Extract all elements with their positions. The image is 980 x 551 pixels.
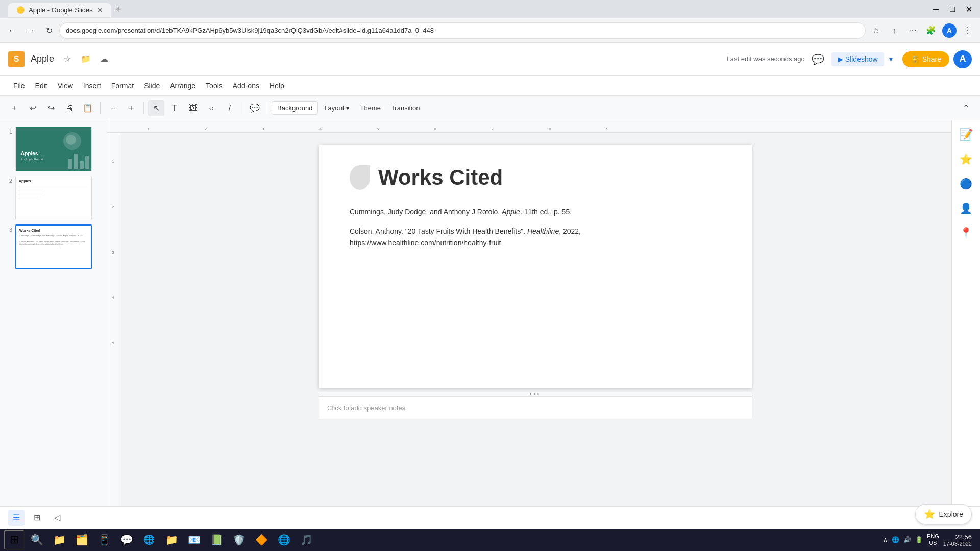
right-panel-notes-btn[interactable]: 📝 (956, 124, 976, 145)
taskbar-mail-icon[interactable]: 📧 (184, 530, 204, 550)
line-tool[interactable]: / (222, 100, 238, 116)
bookmark-button[interactable]: ☆ (868, 22, 884, 39)
menu-insert[interactable]: Insert (78, 79, 106, 93)
address-input[interactable] (59, 22, 866, 39)
taskbar-network-icon[interactable]: 🌐 (892, 536, 899, 543)
back-button[interactable]: ← (4, 22, 20, 39)
slide-canvas[interactable]: Works Cited Cummings, Judy Dodge, and An… (319, 145, 752, 388)
speaker-notes-input[interactable]: Click to add speaker notes (319, 396, 752, 419)
apps-button[interactable]: ⋯ (904, 22, 921, 39)
maximize-button[interactable]: □ (945, 2, 960, 16)
more-options-button[interactable]: ⋮ (960, 22, 976, 39)
select-tool[interactable]: ↖ (148, 100, 164, 116)
taskbar-lynis-icon[interactable]: 📗 (206, 530, 227, 550)
header-actions: 💬 ▶ Slideshow ▾ 🔒 Share A (809, 50, 972, 68)
taskbar-folder-icon[interactable]: 📁 (161, 530, 182, 550)
filmstrip-view-button[interactable]: ☰ (8, 510, 24, 526)
taskbar-battery-icon[interactable]: 🔋 (915, 536, 923, 543)
shape-tool[interactable]: ○ (203, 100, 219, 116)
tab-close-button[interactable]: ✕ (97, 6, 103, 14)
slide-header-row: Works Cited (350, 165, 721, 190)
taskbar-chrome-icon[interactable]: 🌐 (274, 530, 294, 550)
explore-button[interactable]: ⭐ Explore (915, 504, 972, 524)
redo-button[interactable]: ↪ (43, 100, 59, 116)
start-button[interactable]: ⊞ (4, 530, 24, 550)
grid-view-button[interactable]: ⊞ (29, 510, 45, 526)
collapse-toolbar-button[interactable]: ⌃ (958, 100, 974, 116)
slide-item-3[interactable]: 3 Works Cited Cummings, Judy Dodge, and … (0, 222, 107, 271)
editor-area: 1 2 3 4 5 Works Cited (107, 133, 951, 533)
cloud-save-button[interactable]: ☁ (97, 52, 111, 66)
share-button[interactable]: 🔒 Share (902, 51, 949, 67)
close-window-button[interactable]: ✕ (962, 2, 976, 16)
last-edit-status: Last edit was seconds ago (727, 55, 805, 63)
taskbar-shield-icon[interactable]: 🛡️ (229, 530, 249, 550)
star-button[interactable]: ☆ (60, 52, 75, 66)
right-panel-tasks-btn[interactable]: 🔵 (956, 173, 976, 194)
taskbar-tablet-icon[interactable]: 🗂️ (71, 530, 92, 550)
explore-icon: ⭐ (924, 509, 935, 520)
present-button[interactable]: ▶ Slideshow (831, 52, 884, 66)
right-panel: 📝 ⭐ 🔵 👤 📍 + (951, 120, 980, 533)
undo-button[interactable]: ↩ (24, 100, 41, 116)
text-tool[interactable]: T (166, 100, 183, 116)
taskbar-teams-icon[interactable]: 💬 (116, 530, 137, 550)
image-tool[interactable]: 🖼 (185, 100, 201, 116)
taskbar-spotify-icon[interactable]: 🎵 (296, 530, 316, 550)
ruler-horizontal: 1 2 3 4 5 6 7 8 9 (107, 120, 951, 133)
minimize-button[interactable]: ─ (929, 2, 943, 16)
taskbar-time-block[interactable]: 22:56 17-03-2022 (943, 533, 972, 547)
reload-button[interactable]: ↻ (41, 22, 57, 39)
extensions-button[interactable]: 🧩 (923, 22, 939, 39)
slide-item-2[interactable]: 2 Apples ────────────── ────────────── ─… (0, 173, 107, 222)
right-panel-maps-btn[interactable]: 📍 (956, 222, 976, 243)
zoom-out-button[interactable]: − (105, 100, 121, 116)
background-button[interactable]: Background (272, 101, 318, 115)
move-to-button[interactable]: 📁 (79, 52, 93, 66)
layout-button[interactable]: Layout ▾ (320, 102, 354, 114)
tab-favicon: 🟡 (16, 6, 24, 14)
right-panel-star-btn[interactable]: ⭐ (956, 149, 976, 169)
menu-tools[interactable]: Tools (201, 79, 228, 93)
comment-add-button[interactable]: 💬 (247, 100, 263, 116)
slide-item-1[interactable]: 1 Apples An Apple Report (0, 124, 107, 173)
hide-panel-button[interactable]: ◁ (49, 510, 65, 526)
divider-1 (100, 102, 101, 114)
menu-arrange[interactable]: Arrange (165, 79, 201, 93)
speaker-notes-placeholder: Click to add speaker notes (327, 404, 405, 412)
transition-button[interactable]: Transition (387, 102, 424, 114)
menu-edit[interactable]: Edit (30, 79, 53, 93)
zoom-in-button[interactable]: + (123, 100, 139, 116)
share-address-button[interactable]: ↑ (886, 22, 902, 39)
new-tab-button[interactable]: + (111, 2, 126, 17)
menu-help[interactable]: Help (264, 79, 289, 93)
menu-addons[interactable]: Add-ons (228, 79, 264, 93)
taskbar-language: ENGUS (927, 533, 939, 546)
menu-format[interactable]: Format (106, 79, 139, 93)
taskbar-explorer-icon[interactable]: 📁 (49, 530, 69, 550)
taskbar-edge-icon[interactable]: 🌐 (139, 530, 159, 550)
resize-handle[interactable]: ••• (319, 392, 752, 396)
right-panel-people-btn[interactable]: 👤 (956, 198, 976, 218)
theme-button[interactable]: Theme (356, 102, 384, 114)
taskbar-phone-icon[interactable]: 📱 (94, 530, 114, 550)
user-profile-button[interactable]: A (953, 50, 972, 68)
taskbar-sound-icon[interactable]: 🔊 (903, 536, 911, 543)
menu-view[interactable]: View (53, 79, 78, 93)
menu-slide[interactable]: Slide (139, 79, 165, 93)
active-tab[interactable]: 🟡 Apple - Google Slides ✕ (8, 3, 111, 17)
add-slide-button[interactable]: + (6, 100, 22, 116)
print-button[interactable]: 🖨 (61, 100, 78, 116)
profile-avatar: A (942, 23, 957, 38)
forward-button[interactable]: → (22, 22, 39, 39)
present-dropdown-button[interactable]: ▾ (884, 52, 898, 66)
menu-file[interactable]: File (8, 79, 30, 93)
taskbar-up-arrow-icon[interactable]: ∧ (883, 536, 888, 543)
taskbar-office-icon[interactable]: 🔶 (251, 530, 272, 550)
profile-address-button[interactable]: A (941, 22, 958, 39)
format-options-button[interactable]: 📋 (80, 100, 96, 116)
slide-thumb-2: Apples ────────────── ────────────── ───… (15, 176, 92, 220)
comment-button[interactable]: 💬 (809, 50, 827, 68)
taskbar-search-icon[interactable]: 🔍 (27, 530, 47, 550)
slide-main-title: Works Cited (378, 165, 503, 190)
